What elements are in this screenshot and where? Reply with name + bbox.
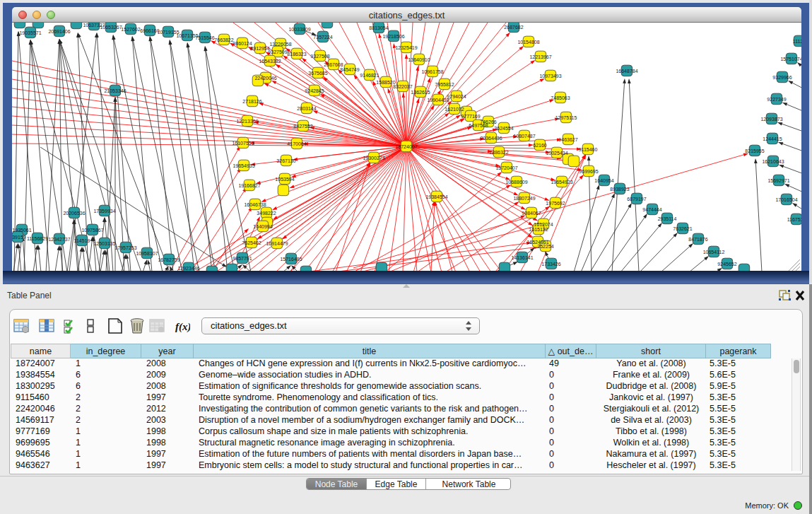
svg-text:19035571: 19035571 xyxy=(19,30,41,35)
svg-text:16107553: 16107553 xyxy=(232,141,254,146)
svg-text:7485063: 7485063 xyxy=(551,95,570,100)
svg-text:9242845: 9242845 xyxy=(305,88,324,93)
svg-text:7357224: 7357224 xyxy=(313,35,332,40)
svg-text:12342737: 12342737 xyxy=(48,237,70,242)
svg-text:18807249: 18807249 xyxy=(513,196,535,201)
svg-text:7886322: 7886322 xyxy=(489,150,508,155)
svg-text:2935114: 2935114 xyxy=(658,216,677,221)
svg-text:14136141: 14136141 xyxy=(511,255,533,260)
svg-text:12213369: 12213369 xyxy=(236,119,258,124)
svg-text:16782759: 16782759 xyxy=(158,257,180,262)
svg-text:22420046: 22420046 xyxy=(254,76,276,81)
svg-text:4170064: 4170064 xyxy=(287,141,306,146)
svg-text:9115460: 9115460 xyxy=(579,147,598,152)
svg-text:13640910: 13640910 xyxy=(408,57,430,62)
svg-text:18724007: 18724007 xyxy=(395,144,417,149)
svg-text:17016504: 17016504 xyxy=(775,197,797,202)
svg-text:19218506: 19218506 xyxy=(382,34,404,39)
svg-text:9146821: 9146821 xyxy=(360,73,379,78)
svg-text:114519: 114519 xyxy=(74,238,90,243)
svg-text:9327508: 9327508 xyxy=(310,54,329,59)
svg-text:10975867: 10975867 xyxy=(81,228,103,233)
svg-text:10961758: 10961758 xyxy=(421,69,443,74)
svg-text:15751074: 15751074 xyxy=(780,57,801,62)
svg-text:1612074: 1612074 xyxy=(534,222,553,227)
svg-text:1935061: 1935061 xyxy=(12,228,31,233)
svg-text:1733426: 1733426 xyxy=(541,262,560,267)
svg-text:8215955: 8215955 xyxy=(745,148,764,153)
svg-text:19654935: 19654935 xyxy=(233,163,254,168)
svg-text:8454749: 8454749 xyxy=(340,67,359,72)
svg-text:10025434: 10025434 xyxy=(546,151,567,156)
svg-text:1362615: 1362615 xyxy=(411,90,430,95)
svg-text:17359934: 17359934 xyxy=(93,209,115,214)
svg-text:12975115: 12975115 xyxy=(555,115,577,120)
svg-text:3675685: 3675685 xyxy=(308,71,327,76)
svg-text:21053346: 21053346 xyxy=(104,88,126,93)
svg-text:9857791: 9857791 xyxy=(233,256,252,261)
svg-text:9463627: 9463627 xyxy=(558,137,577,142)
svg-text:1053594: 1053594 xyxy=(275,177,294,182)
svg-text:1167534: 1167534 xyxy=(787,217,801,222)
svg-text:10033809: 10033809 xyxy=(288,27,310,32)
svg-text:1527602: 1527602 xyxy=(121,27,140,32)
svg-text:19654923: 19654923 xyxy=(551,180,572,185)
svg-text:3498222: 3498222 xyxy=(257,211,276,216)
svg-text:12923446: 12923446 xyxy=(177,266,199,271)
svg-text:10973493: 10973493 xyxy=(539,74,561,78)
svg-text:8471876: 8471876 xyxy=(688,237,707,242)
svg-text:16648784: 16648784 xyxy=(616,69,637,74)
svg-text:16543382: 16543382 xyxy=(259,59,281,64)
svg-text:19384554: 19384554 xyxy=(425,194,447,199)
svg-text:12093873: 12093873 xyxy=(760,117,782,122)
svg-text:10653267: 10653267 xyxy=(100,25,122,30)
svg-text:6497508: 6497508 xyxy=(469,123,488,128)
svg-text:20206536: 20206536 xyxy=(63,211,85,216)
svg-text:8813054: 8813054 xyxy=(369,25,388,30)
svg-text:9777169: 9777169 xyxy=(461,114,480,119)
svg-text:8912954: 8912954 xyxy=(250,46,269,51)
svg-text:16046738: 16046738 xyxy=(244,202,266,207)
svg-text:3624554: 3624554 xyxy=(494,126,513,131)
svg-text:f(x): f(x) xyxy=(175,321,190,333)
svg-text:16210643: 16210643 xyxy=(762,159,784,164)
svg-text:252254: 252254 xyxy=(537,244,553,249)
svg-text:17957253: 17957253 xyxy=(114,245,136,250)
svg-text:19166827: 19166827 xyxy=(238,183,260,188)
svg-text:1975692: 1975692 xyxy=(546,201,565,206)
svg-text:62160: 62160 xyxy=(533,143,547,148)
svg-text:10807487: 10807487 xyxy=(513,134,535,139)
svg-text:2803144: 2803144 xyxy=(297,106,316,111)
svg-text:7632621: 7632621 xyxy=(673,226,692,231)
svg-text:7955812: 7955812 xyxy=(435,82,454,87)
svg-text:9327509: 9327509 xyxy=(268,49,287,54)
svg-text:8938923: 8938923 xyxy=(610,187,629,192)
svg-text:2718126: 2718126 xyxy=(242,99,261,104)
svg-text:9699695: 9699695 xyxy=(579,169,598,174)
svg-text:9245652: 9245652 xyxy=(717,262,736,267)
svg-text:2867608: 2867608 xyxy=(324,62,343,67)
svg-text:3267130: 3267130 xyxy=(276,158,295,163)
svg-text:939159: 939159 xyxy=(12,235,26,240)
svg-text:12503135: 12503135 xyxy=(93,241,115,246)
svg-text:9084067: 9084067 xyxy=(522,211,541,216)
svg-text:7663822: 7663822 xyxy=(214,37,233,42)
svg-text:20691406: 20691406 xyxy=(48,29,70,34)
svg-text:16914479: 16914479 xyxy=(266,241,288,246)
svg-text:1640994: 1640994 xyxy=(253,224,272,229)
svg-text:1621072: 1621072 xyxy=(445,107,464,112)
svg-text:9794024: 9794024 xyxy=(447,94,466,99)
svg-text:9860124: 9860124 xyxy=(233,41,252,46)
svg-text:7515546: 7515546 xyxy=(195,35,214,40)
svg-text:8186323: 8186323 xyxy=(287,52,306,57)
svg-text:12325419: 12325419 xyxy=(395,45,417,50)
svg-text:10654112: 10654112 xyxy=(703,250,725,255)
svg-text:15692971: 15692971 xyxy=(767,178,789,183)
svg-text:10958107: 10958107 xyxy=(136,251,158,256)
svg-text:1615132: 1615132 xyxy=(529,227,548,232)
svg-text:8322037: 8322037 xyxy=(393,84,412,89)
svg-text:15716485: 15716485 xyxy=(280,257,302,262)
svg-text:9329966: 9329966 xyxy=(772,75,792,80)
svg-text:6879197: 6879197 xyxy=(627,197,646,201)
svg-text:13226058: 13226058 xyxy=(269,42,291,47)
